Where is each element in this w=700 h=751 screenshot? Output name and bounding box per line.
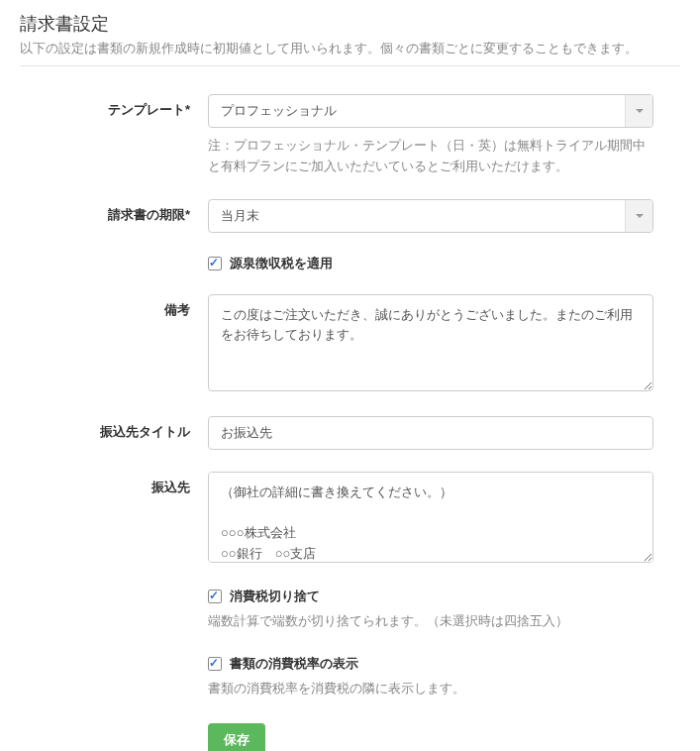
template-help-text: 注：プロフェッショナル・テンプレート（日・英）は無料トライアル期間中と有料プラン… [208, 136, 653, 177]
tax-truncate-desc: 端数計算で端数が切り捨てられます。（未選択時は四捨五入） [208, 611, 653, 632]
withholding-label[interactable]: 源泉徴収税を適用 [230, 255, 333, 272]
row-template: テンプレート* プロフェッショナル 注：プロフェッショナル・テンプレート（日・英… [20, 94, 680, 177]
withholding-checkbox[interactable] [208, 257, 222, 270]
page-description: 以下の設定は書類の新規作成時に初期値として用いられます。個々の書類ごとに変更する… [20, 40, 680, 57]
page-title: 請求書設定 [20, 12, 680, 36]
save-button[interactable]: 保存 [208, 723, 265, 751]
row-bank: 振込先 [20, 472, 680, 566]
template-select[interactable]: プロフェッショナル [208, 94, 653, 128]
bank-label: 振込先 [20, 472, 208, 496]
row-withholding: 源泉徴収税を適用 [20, 255, 680, 272]
notes-textarea[interactable] [208, 294, 653, 391]
template-select-value: プロフェッショナル [208, 94, 653, 128]
row-bank-title: 振込先タイトル [20, 416, 680, 450]
tax-display-checkbox[interactable] [208, 657, 222, 671]
tax-truncate-label[interactable]: 消費税切り捨て [230, 588, 320, 605]
due-select-value: 当月末 [208, 199, 653, 233]
template-label: テンプレート* [20, 94, 208, 119]
row-tax-truncate: 消費税切り捨て 端数計算で端数が切り捨てられます。（未選択時は四捨五入） 書類の… [20, 588, 680, 751]
row-notes: 備考 [20, 294, 680, 394]
due-label: 請求書の期限* [20, 199, 208, 224]
tax-display-label[interactable]: 書類の消費税率の表示 [230, 655, 358, 673]
divider [20, 65, 680, 66]
notes-label: 備考 [20, 294, 208, 319]
bank-textarea[interactable] [208, 472, 653, 563]
bank-title-input[interactable] [208, 416, 653, 450]
tax-display-desc: 書類の消費税率を消費税の隣に表示します。 [208, 679, 653, 699]
bank-title-label: 振込先タイトル [20, 416, 208, 441]
tax-truncate-checkbox[interactable] [208, 590, 222, 603]
due-select[interactable]: 当月末 [208, 199, 653, 233]
row-due: 請求書の期限* 当月末 [20, 199, 680, 233]
